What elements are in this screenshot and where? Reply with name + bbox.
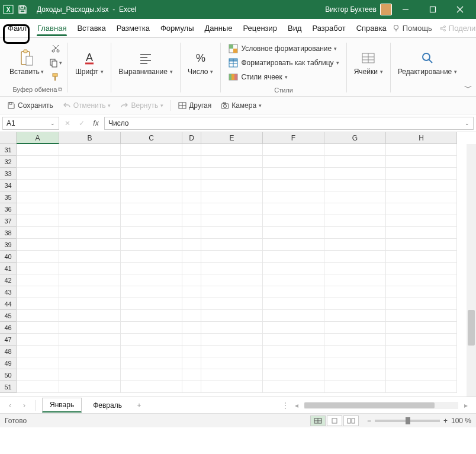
row-header[interactable]: 48 <box>0 346 17 357</box>
cell[interactable] <box>182 227 201 239</box>
user-account[interactable]: Виктор Бухтеев <box>325 4 392 15</box>
view-page-break-button[interactable] <box>343 415 359 426</box>
tab-help[interactable]: Справка <box>351 20 392 36</box>
cell[interactable] <box>121 239 182 251</box>
cell[interactable] <box>121 298 182 310</box>
cell[interactable] <box>263 369 324 381</box>
row-header[interactable]: 38 <box>0 227 17 239</box>
save-icon[interactable] <box>17 4 28 15</box>
format-as-table-button[interactable]: Форматировать как таблицу▾ <box>226 56 341 70</box>
cell[interactable] <box>386 180 457 191</box>
cell[interactable] <box>324 263 386 274</box>
sheet-nav-prev[interactable]: ‹ <box>5 400 15 411</box>
cell[interactable] <box>324 369 386 381</box>
cell[interactable] <box>182 156 201 168</box>
cell[interactable] <box>386 322 457 334</box>
cell[interactable] <box>121 144 182 156</box>
cell[interactable] <box>182 239 201 251</box>
tab-insert[interactable]: Вставка <box>72 20 111 36</box>
row-header[interactable]: 43 <box>0 286 17 298</box>
cell[interactable] <box>324 334 386 346</box>
cell[interactable] <box>263 156 324 168</box>
cell[interactable] <box>386 251 457 263</box>
cell[interactable] <box>324 239 386 251</box>
cell[interactable] <box>182 168 201 180</box>
cell[interactable] <box>59 346 121 357</box>
cell[interactable] <box>201 263 263 274</box>
cell[interactable] <box>182 334 201 346</box>
cell[interactable] <box>386 239 457 251</box>
cell[interactable] <box>324 144 386 156</box>
cell[interactable] <box>263 227 324 239</box>
view-page-layout-button[interactable] <box>327 415 342 426</box>
number-button[interactable]: % Число▾ <box>185 49 216 77</box>
name-box[interactable]: A1⌄ <box>2 117 59 130</box>
cell[interactable] <box>121 168 182 180</box>
horizontal-scrollbar[interactable] <box>304 402 458 409</box>
tab-home[interactable]: Главная <box>32 20 72 36</box>
cell[interactable] <box>386 156 457 168</box>
horizontal-scroll-thumb[interactable] <box>304 402 435 408</box>
tab-developer[interactable]: Разработ <box>307 20 351 36</box>
cell[interactable] <box>59 251 121 263</box>
cell[interactable] <box>121 357 182 369</box>
cell[interactable] <box>386 144 457 156</box>
cell[interactable] <box>201 357 263 369</box>
cell[interactable] <box>121 203 182 215</box>
cell[interactable] <box>324 286 386 298</box>
add-sheet-button[interactable]: + <box>133 401 145 410</box>
view-normal-button[interactable] <box>310 415 326 426</box>
cell[interactable] <box>263 274 324 286</box>
cell[interactable] <box>17 251 59 263</box>
cell[interactable] <box>386 298 457 310</box>
cell[interactable] <box>182 251 201 263</box>
hscroll-right[interactable]: ▸ <box>461 400 471 411</box>
cell[interactable] <box>324 381 386 393</box>
cell[interactable] <box>121 156 182 168</box>
row-header[interactable]: 36 <box>0 203 17 215</box>
cell[interactable] <box>324 298 386 310</box>
sheet-tab-january[interactable]: Январь <box>42 398 82 413</box>
cell[interactable] <box>263 203 324 215</box>
cell[interactable] <box>17 298 59 310</box>
row-header[interactable]: 47 <box>0 334 17 346</box>
cell[interactable] <box>121 251 182 263</box>
row-header[interactable]: 51 <box>0 381 17 393</box>
cell[interactable] <box>121 322 182 334</box>
cell[interactable] <box>324 168 386 180</box>
zoom-out-button[interactable]: − <box>367 417 371 425</box>
cell[interactable] <box>17 180 59 191</box>
insert-function-button[interactable]: fx <box>90 117 102 129</box>
tab-review[interactable]: Рецензир <box>238 20 283 36</box>
cell[interactable] <box>201 274 263 286</box>
column-header[interactable]: A <box>17 132 59 144</box>
cell[interactable] <box>121 191 182 203</box>
cell[interactable] <box>17 334 59 346</box>
cell[interactable] <box>324 310 386 322</box>
enter-formula-button[interactable]: ✓ <box>76 117 88 129</box>
cell[interactable] <box>201 310 263 322</box>
cell[interactable] <box>386 357 457 369</box>
cell[interactable] <box>386 263 457 274</box>
tab-formulas[interactable]: Формулы <box>155 20 200 36</box>
cell[interactable] <box>59 357 121 369</box>
cell[interactable] <box>59 239 121 251</box>
cell[interactable] <box>324 227 386 239</box>
cell[interactable] <box>17 215 59 227</box>
cell[interactable] <box>201 322 263 334</box>
cell[interactable] <box>263 298 324 310</box>
row-header[interactable]: 37 <box>0 215 17 227</box>
cell[interactable] <box>263 322 324 334</box>
column-header[interactable]: E <box>201 132 263 144</box>
cells-region[interactable] <box>17 144 457 393</box>
cell[interactable] <box>201 168 263 180</box>
vertical-scroll-thumb[interactable] <box>468 310 475 346</box>
zoom-slider[interactable] <box>375 420 440 422</box>
paste-button[interactable]: Вставить▾ <box>7 49 46 77</box>
cell[interactable] <box>182 381 201 393</box>
cell[interactable] <box>324 322 386 334</box>
cell[interactable] <box>17 357 59 369</box>
column-header[interactable]: F <box>263 132 324 144</box>
cell[interactable] <box>386 168 457 180</box>
qat-camera-button[interactable]: Камера▾ <box>218 100 264 111</box>
